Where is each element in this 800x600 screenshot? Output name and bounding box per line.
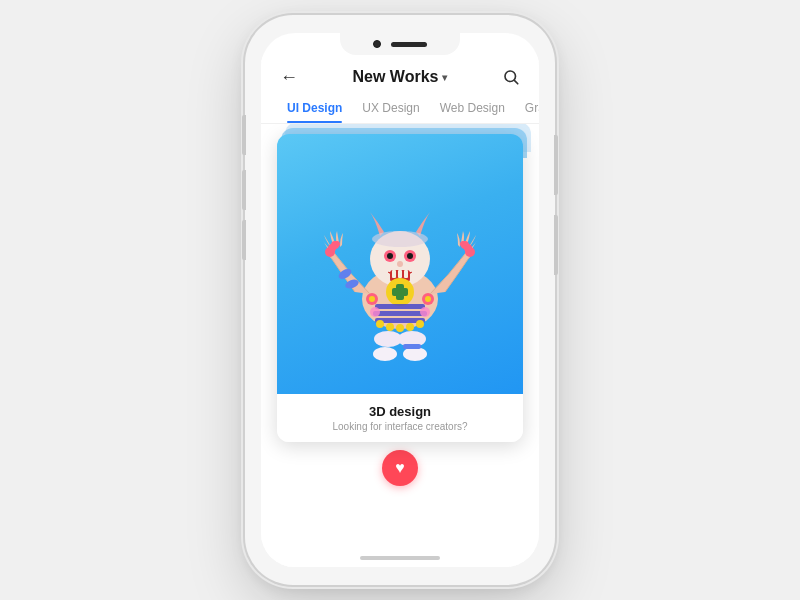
svg-point-41 <box>373 347 397 361</box>
heart-icon: ♥ <box>395 460 405 476</box>
svg-point-42 <box>403 347 427 361</box>
heart-area: ♥ <box>382 442 418 496</box>
svg-point-39 <box>374 331 402 347</box>
svg-rect-11 <box>392 270 396 278</box>
tabs-row: UI Design UX Design Web Design Graphic <box>261 95 539 124</box>
phone-camera <box>373 40 381 48</box>
home-indicator <box>261 549 539 567</box>
svg-rect-18 <box>373 311 427 316</box>
phone-notch <box>340 33 460 55</box>
like-button[interactable]: ♥ <box>382 450 418 486</box>
svg-rect-17 <box>375 304 425 309</box>
back-button[interactable]: ← <box>277 65 301 89</box>
app-header: ← New Works ▾ <box>261 55 539 95</box>
svg-point-44 <box>370 307 380 317</box>
card-info: 3D design Looking for interface creators… <box>277 394 523 442</box>
phone-speaker <box>391 42 427 47</box>
svg-point-7 <box>387 253 393 259</box>
svg-point-4 <box>372 231 428 247</box>
card-title: 3D design <box>291 404 509 419</box>
phone-screen: ← New Works ▾ <box>261 33 539 567</box>
chevron-down-icon[interactable]: ▾ <box>442 72 447 83</box>
app-content: ← New Works ▾ <box>261 55 539 567</box>
main-card[interactable]: 3D design Looking for interface creators… <box>277 134 523 442</box>
svg-point-27 <box>406 323 414 331</box>
header-title-group: New Works ▾ <box>353 68 448 86</box>
phone-mockup: ← New Works ▾ <box>245 15 555 585</box>
svg-rect-43 <box>403 344 421 349</box>
svg-rect-12 <box>398 270 402 278</box>
back-icon: ← <box>280 68 298 86</box>
phone-shell: ← New Works ▾ <box>245 15 555 585</box>
svg-point-38 <box>334 241 340 247</box>
tab-web-design[interactable]: Web Design <box>430 95 515 123</box>
tab-ui-design[interactable]: UI Design <box>277 95 352 123</box>
search-icon <box>502 68 520 86</box>
svg-rect-16 <box>392 288 408 296</box>
svg-point-23 <box>425 296 431 302</box>
character-illustration <box>300 144 500 384</box>
tab-graphic[interactable]: Graphic <box>515 95 539 123</box>
svg-line-1 <box>514 80 517 83</box>
svg-point-25 <box>386 323 394 331</box>
svg-point-9 <box>397 261 403 267</box>
card-image <box>277 134 523 394</box>
svg-point-8 <box>407 253 413 259</box>
svg-point-26 <box>396 324 404 332</box>
page-title: New Works <box>353 68 439 86</box>
svg-point-34 <box>460 241 466 247</box>
svg-point-22 <box>369 296 375 302</box>
svg-rect-13 <box>404 270 408 278</box>
card-subtitle: Looking for interface creators? <box>291 421 509 432</box>
search-button[interactable] <box>499 65 523 89</box>
tab-ux-design[interactable]: UX Design <box>352 95 429 123</box>
home-bar <box>360 556 440 560</box>
card-area: 3D design Looking for interface creators… <box>261 124 539 549</box>
svg-point-28 <box>416 320 424 328</box>
svg-point-24 <box>376 320 384 328</box>
svg-point-45 <box>420 307 430 317</box>
card-stack: 3D design Looking for interface creators… <box>277 134 523 442</box>
